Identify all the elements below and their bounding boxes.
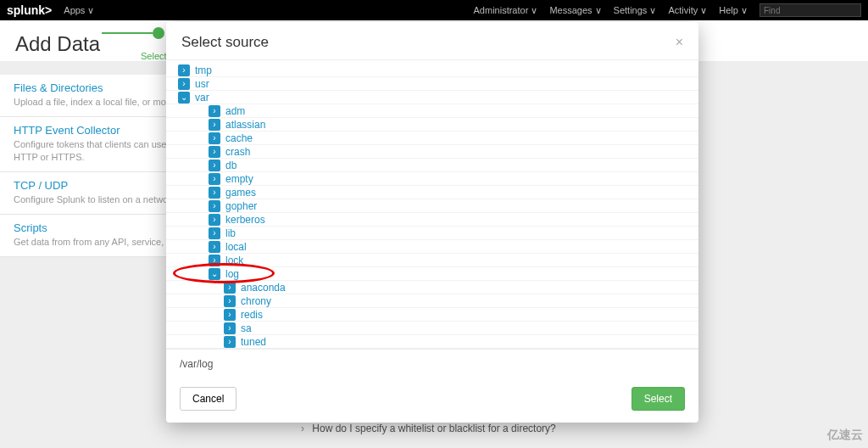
tree-folder[interactable]: ›tmp [166,64,698,77]
help-disclosure[interactable]: › How do I specify a whitelist or blackl… [301,423,556,434]
folder-closed-icon[interactable]: › [209,200,220,212]
tree-node-label: lib [225,227,236,240]
settings-menu[interactable]: Settings ∨ [614,5,657,16]
cancel-button[interactable]: Cancel [180,387,236,411]
tree-node-label: kerberos [225,213,265,227]
tree-folder[interactable]: ›empty [166,172,698,186]
tree-node-label: var [195,91,209,104]
step-line [102,32,153,34]
chevron-down-icon: ∨ [531,5,537,15]
tree-folder[interactable]: ›adm [166,104,698,118]
tree-node-label: gopher [225,199,257,213]
tree-folder[interactable]: ›lib [166,227,698,240]
tree-folder[interactable]: ›local [166,240,698,254]
tree-node-label: log [225,267,239,281]
tree-node-label: crash [225,145,250,159]
tree-folder[interactable]: ›usr [166,77,698,91]
tree-folder[interactable]: ›lock [166,254,698,267]
selected-path: /var/log [166,349,698,378]
folder-closed-icon[interactable]: › [178,64,190,76]
tree-node-label: cache [225,132,253,145]
chevron-down-icon: ∨ [595,5,602,15]
activity-menu[interactable]: Activity ∨ [668,5,707,16]
tree-folder[interactable]: ›cache [166,132,698,145]
folder-closed-icon[interactable]: › [224,295,236,307]
tree-node-label: chrony [241,294,271,308]
folder-closed-icon[interactable]: › [209,241,220,253]
tree-node-label: lock [225,254,243,267]
folder-closed-icon[interactable]: › [209,146,220,158]
tree-folder[interactable]: ⌄log [166,267,698,281]
file-tree[interactable]: ›tmp›usr⌄var›adm›atlassian›cache›crash›d… [166,59,698,349]
brand-logo: splunk> [7,3,52,17]
folder-closed-icon[interactable]: › [209,119,220,131]
tree-folder[interactable]: ›redis [166,308,698,322]
folder-closed-icon[interactable]: › [209,187,220,199]
chevron-down-icon: ∨ [700,5,707,15]
tree-folder[interactable]: ›anaconda [166,281,698,294]
folder-closed-icon[interactable]: › [209,227,220,239]
tree-node-label: local [225,240,247,254]
tree-folder[interactable]: ›sa [166,322,698,335]
tree-node-label: tuned [241,335,266,349]
folder-open-icon[interactable]: ⌄ [178,92,190,104]
tree-folder[interactable]: ›chrony [166,294,698,308]
folder-open-icon[interactable]: ⌄ [209,268,220,280]
select-source-modal: Select source × ›tmp›usr⌄var›adm›atlassi… [166,22,698,423]
folder-closed-icon[interactable]: › [209,214,220,226]
close-icon[interactable]: × [676,35,683,50]
tree-node-label: adm [225,104,245,118]
administrator-menu[interactable]: Administrator ∨ [474,5,538,16]
apps-menu[interactable]: Apps ∨ [64,5,94,16]
watermark: 亿速云 [827,428,863,443]
help-menu[interactable]: Help ∨ [719,5,748,16]
messages-menu[interactable]: Messages ∨ [549,5,601,16]
chevron-right-icon: › [301,423,304,434]
tree-node-label: redis [241,308,263,322]
folder-closed-icon[interactable]: › [224,282,236,294]
tree-folder[interactable]: ›atlassian [166,118,698,132]
tree-node-label: games [225,186,256,199]
global-search-input[interactable] [760,3,861,17]
folder-closed-icon[interactable]: › [224,322,236,334]
folder-closed-icon[interactable]: › [209,132,220,144]
tree-folder[interactable]: ›gopher [166,199,698,213]
tree-node-label: boot.log [256,349,292,350]
folder-closed-icon[interactable]: › [209,255,220,266]
select-button[interactable]: Select [632,387,685,411]
tree-folder[interactable]: ›games [166,186,698,199]
folder-closed-icon[interactable]: › [224,336,236,348]
chevron-down-icon: ∨ [649,5,656,15]
tree-node-label: empty [225,172,253,186]
tree-node-label: sa [241,322,252,335]
tree-folder[interactable]: ⌄var [166,91,698,104]
folder-closed-icon[interactable]: › [224,309,236,321]
tree-folder[interactable]: ›crash [166,145,698,159]
tree-folder[interactable]: ›db [166,159,698,172]
folder-closed-icon[interactable]: › [209,105,220,117]
tree-folder[interactable]: ›kerberos [166,213,698,227]
folder-closed-icon[interactable]: › [209,160,220,171]
tree-node-label: usr [195,77,209,91]
top-nav: splunk> Apps ∨ Administrator ∨ Messages … [0,0,868,20]
chevron-down-icon: ∨ [87,5,94,15]
wizard-stepper: Select Source [102,27,164,39]
step-dot-current [153,27,164,39]
tree-node-label: atlassian [225,118,265,132]
folder-closed-icon[interactable]: › [178,78,190,90]
tree-node-label: db [225,159,236,172]
help-disclosure-label: How do I specify a whitelist or blacklis… [312,423,555,434]
tree-node-label: tmp [195,64,212,77]
folder-closed-icon[interactable]: › [209,173,220,185]
modal-title: Select source [181,34,676,51]
tree-node-label: anaconda [241,281,286,294]
chevron-down-icon: ∨ [741,5,748,15]
tree-folder[interactable]: ›tuned [166,335,698,349]
